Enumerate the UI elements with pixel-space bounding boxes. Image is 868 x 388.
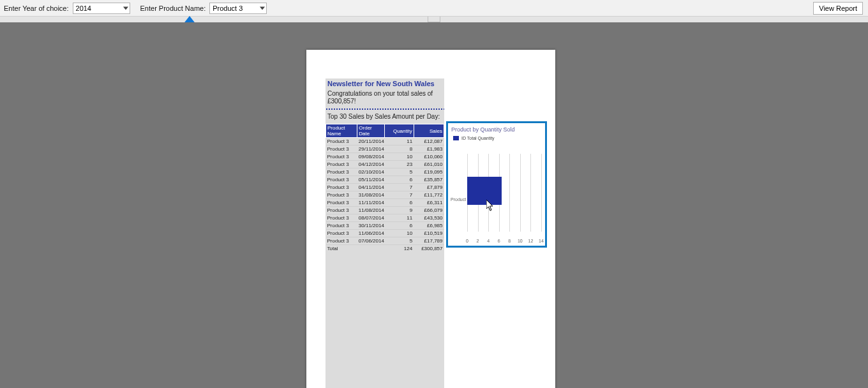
cell-product: Product 3: [326, 207, 357, 214]
report-viewer-workspace: Newsletter for New South Wales Congratul…: [0, 22, 868, 388]
cell-date: 30/11/2014: [357, 222, 385, 230]
cell-qty: 7: [385, 191, 414, 199]
cell-qty: 8: [385, 146, 414, 153]
cell-date: 31/08/2014: [357, 191, 385, 199]
cell-qty: 6: [385, 199, 414, 207]
cell-sales: £1,983: [414, 146, 444, 153]
cell-qty: 10: [385, 230, 414, 237]
table-row: Product 320/11/201411£12,087: [326, 138, 444, 146]
table-row: Product 304/11/20147£7,879: [326, 184, 444, 191]
chart-title: Product by Quantity Sold: [448, 123, 545, 134]
cell-sales: £6,985: [414, 222, 444, 230]
cell-total-sales: £300,857: [414, 245, 444, 253]
cell-total-label: Total: [326, 245, 357, 253]
report-body: Newsletter for New South Wales Congratul…: [326, 78, 444, 388]
cell-date: 11/08/2014: [357, 207, 385, 214]
divider-dots: [326, 108, 444, 110]
product-select-value: Product 3: [213, 4, 243, 12]
table-row: Product 305/11/20146£35,857: [326, 176, 444, 184]
cell-sales: £17,789: [414, 237, 444, 245]
cell-date: 20/11/2014: [357, 138, 385, 146]
table-row: Product 331/08/20147£11,772: [326, 191, 444, 199]
report-section-title: Top 30 Sales by Sales Amount per Day:: [326, 112, 444, 124]
cell-qty: 11: [385, 138, 414, 146]
view-report-button[interactable]: View Report: [813, 2, 863, 15]
report-page: Newsletter for New South Wales Congratul…: [306, 50, 555, 388]
cell-sales: £7,879: [414, 184, 444, 191]
col-sales: Sales: [414, 124, 444, 138]
cell-date: 02/10/2014: [357, 168, 385, 176]
table-row: Product 329/11/20148£1,983: [326, 146, 444, 153]
cell-date: 04/11/2014: [357, 184, 385, 191]
table-row: Product 311/11/20146£6,311: [326, 199, 444, 207]
cell-product: Product 3: [326, 191, 357, 199]
chart-x-tick-label: 12: [528, 239, 534, 243]
cell-product: Product 3: [326, 222, 357, 230]
table-row: Product 308/07/201411£43,530: [326, 214, 444, 222]
cell-sales: £10,060: [414, 153, 444, 161]
chart-x-tick-label: 6: [498, 239, 500, 243]
chart-x-tick-label: 0: [466, 239, 468, 243]
cell-date: 11/11/2014: [357, 199, 385, 207]
col-product: Product Name: [326, 124, 357, 138]
cell-sales: £61,010: [414, 161, 444, 168]
splitter-handle[interactable]: [428, 17, 440, 22]
chart-legend: ID Total Quantity: [448, 134, 545, 142]
chart-bar: [467, 177, 502, 205]
chart-gridline: [530, 154, 531, 232]
year-label: Enter Year of choice:: [4, 4, 69, 12]
chart-x-tick-label: 8: [508, 239, 511, 243]
cell-sales: £35,857: [414, 176, 444, 184]
cell-qty: 10: [385, 153, 414, 161]
cell-date: 11/06/2014: [357, 230, 385, 237]
cell-date: 05/11/2014: [357, 176, 385, 184]
cell-qty: 23: [385, 161, 414, 168]
chart-x-tick-label: 2: [477, 239, 479, 243]
cell-product: Product 3: [326, 184, 357, 191]
cell-date: 29/11/2014: [357, 146, 385, 153]
chevron-down-icon: [123, 6, 128, 10]
year-select[interactable]: 2014: [73, 3, 130, 14]
table-row: Product 302/10/20145£19,095: [326, 168, 444, 176]
chart-panel: Product by Quantity Sold ID Total Quanti…: [446, 121, 547, 248]
report-title: Newsletter for New South Wales: [326, 78, 444, 90]
chart-x-tick-label: 14: [539, 239, 544, 243]
cell-product: Product 3: [326, 214, 357, 222]
cell-product: Product 3: [326, 230, 357, 237]
chart-gridline: [520, 154, 521, 232]
cell-total-qty: 124: [385, 245, 414, 253]
table-row: Product 307/06/20145£17,789: [326, 237, 444, 245]
cell-product: Product 3: [326, 176, 357, 184]
table-row: Product 311/08/20149£66,079: [326, 207, 444, 214]
table-row: Product 304/12/201423£61,010: [326, 161, 444, 168]
cell-product: Product 3: [326, 199, 357, 207]
product-select[interactable]: Product 3: [209, 3, 267, 14]
col-date: Order Date: [357, 124, 385, 138]
cell-sales: £66,079: [414, 207, 444, 214]
table-row: Product 311/06/201410£10,519: [326, 230, 444, 237]
cell-sales: £19,095: [414, 168, 444, 176]
cell-product: Product 3: [326, 146, 357, 153]
table-row: Product 309/08/201410£10,060: [326, 153, 444, 161]
cell-product: Product 3: [326, 237, 357, 245]
cell-qty: 11: [385, 214, 414, 222]
sales-table: Product Name Order Date Quantity Sales P…: [326, 124, 444, 252]
table-header-row: Product Name Order Date Quantity Sales: [326, 124, 444, 138]
product-label: Enter Product Name:: [140, 4, 206, 12]
cell-qty: 5: [385, 237, 414, 245]
cell-sales: £6,311: [414, 199, 444, 207]
chart-x-tick-label: 4: [487, 239, 490, 243]
parameter-bar: Enter Year of choice: 2014 Enter Product…: [0, 0, 868, 17]
year-select-value: 2014: [76, 4, 91, 12]
cell-qty: 7: [385, 184, 414, 191]
cell-qty: 6: [385, 176, 414, 184]
report-subtitle: Congratulations on your total sales of £…: [326, 90, 444, 108]
cell-sales: £12,087: [414, 138, 444, 146]
cell-product: Product 3: [326, 161, 357, 168]
cell-qty: 6: [385, 222, 414, 230]
cell-date: 08/07/2014: [357, 214, 385, 222]
cell-sales: £43,530: [414, 214, 444, 222]
table-row: Product 330/11/20146£6,985: [326, 222, 444, 230]
cell-product: Product 3: [326, 168, 357, 176]
cell-date: 09/08/2014: [357, 153, 385, 161]
